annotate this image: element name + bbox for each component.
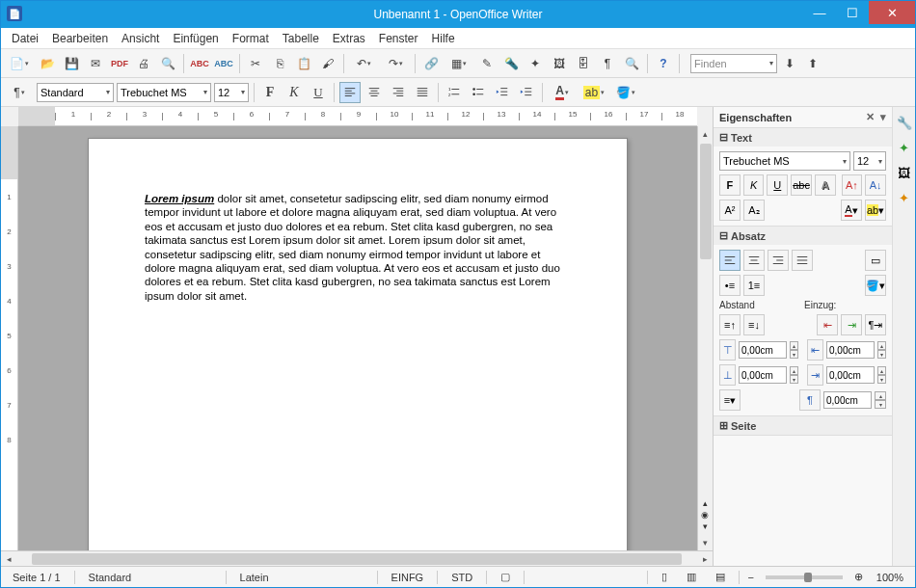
- zoom-out-icon[interactable]: −: [747, 572, 753, 583]
- status-style[interactable]: Standard: [83, 572, 218, 583]
- sidebar-close-icon[interactable]: ✕: [866, 111, 875, 123]
- styles-button[interactable]: ¶: [5, 82, 34, 103]
- status-page[interactable]: Seite 1 / 1: [7, 572, 67, 583]
- highlight-button[interactable]: ab: [579, 82, 608, 103]
- paragraph-style-combo[interactable]: Standard▾: [37, 83, 114, 102]
- bold-button[interactable]: F: [259, 82, 281, 103]
- new-button[interactable]: 📄: [5, 53, 34, 74]
- sb-ind-right-input[interactable]: [826, 366, 875, 384]
- sb-sp-dec[interactable]: ≡↓: [743, 314, 765, 335]
- font-color-button[interactable]: A: [548, 82, 577, 103]
- status-insert[interactable]: EINFG: [386, 572, 430, 583]
- status-selection[interactable]: STD: [445, 572, 478, 583]
- sb-sub-button[interactable]: A₂: [743, 200, 765, 221]
- vertical-scrollbar[interactable]: ▴ ▴ ◉ ▾ ▾: [697, 126, 713, 550]
- sb-super-button[interactable]: A²: [719, 200, 741, 221]
- sb-underline-button[interactable]: U: [767, 174, 788, 196]
- nav-target-icon[interactable]: ◉: [701, 510, 709, 520]
- align-right-button[interactable]: [388, 82, 409, 103]
- numbered-list-button[interactable]: 12: [444, 82, 465, 103]
- underline-button[interactable]: U: [308, 82, 329, 103]
- italic-button[interactable]: K: [283, 82, 305, 103]
- paste-button[interactable]: 📋: [293, 53, 314, 74]
- sb-font-combo[interactable]: Trebuchet MS▾: [719, 151, 850, 171]
- sb-para-bgcolor[interactable]: 🪣▾: [865, 275, 886, 296]
- tab-styles-icon[interactable]: ✦: [895, 138, 914, 157]
- sb-ind-dec[interactable]: ⇤: [817, 314, 838, 335]
- sb-italic-button[interactable]: K: [743, 174, 765, 196]
- align-left-button[interactable]: [339, 82, 361, 103]
- menu-format[interactable]: Format: [226, 30, 276, 47]
- zoom-slider[interactable]: [766, 575, 843, 579]
- sb-sp-inc[interactable]: ≡↑: [719, 314, 741, 335]
- sb-ind-first[interactable]: ¶⇥: [865, 314, 886, 335]
- sb-sp-top-input[interactable]: [739, 341, 787, 359]
- print-button[interactable]: 🖨: [133, 53, 154, 74]
- tab-properties-icon[interactable]: 🔧: [895, 113, 914, 132]
- sb-para-bg[interactable]: ▭: [865, 250, 886, 271]
- menu-tools[interactable]: Extras: [326, 30, 372, 47]
- menu-edit[interactable]: Bearbeiten: [45, 30, 115, 47]
- menu-help[interactable]: Hilfe: [425, 30, 462, 47]
- zoom-in-icon[interactable]: ⊕: [854, 571, 863, 583]
- help-button[interactable]: ?: [653, 53, 674, 74]
- sb-linespacing[interactable]: ≡▾: [719, 389, 741, 411]
- document-canvas[interactable]: Lorem ipsum dolor sit amet, consetetur s…: [18, 126, 697, 550]
- page[interactable]: Lorem ipsum dolor sit amet, consetetur s…: [88, 138, 628, 550]
- sb-ind-left-input[interactable]: [826, 341, 875, 359]
- undo-button[interactable]: ↶: [349, 53, 378, 74]
- align-center-button[interactable]: [364, 82, 385, 103]
- view-book-icon[interactable]: ▤: [710, 571, 731, 583]
- vertical-ruler[interactable]: 12345678: [1, 126, 18, 550]
- email-button[interactable]: ✉: [85, 53, 106, 74]
- gallery-button[interactable]: 🖼: [549, 53, 570, 74]
- find-next-icon[interactable]: ⬇: [779, 53, 800, 74]
- zoom-button[interactable]: 🔍: [621, 53, 642, 74]
- status-lang[interactable]: Latein: [234, 572, 369, 583]
- document-text[interactable]: Lorem ipsum dolor sit amet, consetetur s…: [145, 192, 571, 303]
- find-prev-icon[interactable]: ⬆: [802, 53, 823, 74]
- preview-button[interactable]: 🔍: [157, 53, 178, 74]
- sidebar-menu-icon[interactable]: ▾: [880, 111, 886, 123]
- tab-gallery-icon[interactable]: 🖼: [895, 163, 914, 182]
- table-button[interactable]: ▦: [445, 53, 473, 74]
- draw-button[interactable]: ✎: [476, 53, 498, 74]
- spellcheck-button[interactable]: ABC: [189, 53, 210, 74]
- menu-table[interactable]: Tabelle: [276, 30, 326, 47]
- save-button[interactable]: 💾: [61, 53, 82, 74]
- minimize-button[interactable]: —: [803, 1, 836, 24]
- sb-shadow-button[interactable]: A: [815, 174, 836, 196]
- horizontal-scrollbar[interactable]: ◂▸: [1, 550, 713, 566]
- maximize-button[interactable]: ☐: [836, 1, 869, 24]
- navigator-button[interactable]: ✦: [525, 53, 546, 74]
- sb-grow-button[interactable]: A↑: [842, 174, 863, 196]
- sb-strike-button[interactable]: abc: [791, 174, 812, 196]
- find-combo[interactable]: Finden▾: [690, 54, 777, 73]
- sb-align-justify[interactable]: [792, 250, 813, 271]
- sb-ind-inc[interactable]: ⇥: [841, 314, 862, 335]
- menu-window[interactable]: Fenster: [372, 30, 425, 47]
- horizontal-ruler[interactable]: 123456789101112131415161718: [18, 107, 697, 126]
- hyperlink-button[interactable]: 🔗: [420, 53, 442, 74]
- sb-shrink-button[interactable]: A↓: [865, 174, 886, 196]
- section-text-head[interactable]: ⊟ Text: [714, 128, 892, 147]
- find-button[interactable]: 🔦: [500, 53, 522, 74]
- sb-fontcolor-button[interactable]: A▾: [841, 200, 862, 221]
- outdent-button[interactable]: [492, 82, 513, 103]
- menu-view[interactable]: Ansicht: [115, 30, 166, 47]
- datasource-button[interactable]: 🗄: [573, 53, 594, 74]
- sb-number-list[interactable]: 1≡: [743, 275, 765, 296]
- nav-prev-icon[interactable]: ▴: [703, 498, 708, 508]
- view-single-icon[interactable]: ▯: [656, 571, 673, 583]
- nav-next-icon[interactable]: ▾: [703, 521, 708, 531]
- menu-insert[interactable]: Einfügen: [166, 30, 225, 47]
- sb-bold-button[interactable]: F: [719, 174, 741, 196]
- tab-navigator-icon[interactable]: ✦: [895, 188, 914, 207]
- sb-highlight-button[interactable]: ab▾: [865, 200, 886, 221]
- font-name-combo[interactable]: Trebuchet MS▾: [117, 83, 211, 102]
- font-size-combo[interactable]: 12▾: [214, 83, 249, 102]
- autospell-button[interactable]: ABC: [213, 53, 234, 74]
- nonprint-button[interactable]: ¶: [597, 53, 618, 74]
- redo-button[interactable]: ↷: [381, 53, 410, 74]
- sb-sp-bottom-input[interactable]: [739, 366, 787, 384]
